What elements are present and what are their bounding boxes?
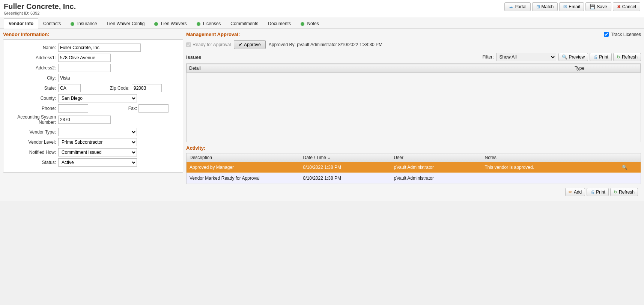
vendor-level-select[interactable]: Prime Subcontractor [58,138,137,146]
col-action [618,153,641,162]
name-row: Name: [7,44,179,52]
city-label: City: [7,75,56,81]
left-panel: Vendor Information: Name: Address1: Addr… [3,32,183,198]
ready-for-approval-label: Ready for Approval [193,42,231,47]
status-row: Status: Active [7,158,179,167]
tab-licenses[interactable]: Licenses [192,18,226,29]
tab-documents[interactable]: Documents [263,18,296,29]
tab-lien-waivers[interactable]: Lien Waivers [149,18,191,29]
notes-dot [301,22,304,26]
activity-user: pVault Administrator [391,173,482,184]
mgmt-header: Management Approval: Track Licenses [186,32,641,37]
approval-row: Ready for Approval ✔ Approve Approved By… [186,40,641,49]
tab-lien-waiver-config[interactable]: Lien Waiver Config [102,18,149,29]
county-row: County: San Diego [7,94,179,102]
address2-row: Address2: [7,64,179,72]
row-search-button[interactable]: 🔍 [621,164,629,171]
vendor-level-row: Vendor Level: Prime Subcontractor [7,138,179,146]
activity-refresh-icon: ↻ [614,189,617,195]
row-search-button-2[interactable] [621,174,629,182]
issues-header: Issues Filter: Show All Open Closed 🔍 Pr… [186,53,641,61]
activity-search-cell-2 [618,173,641,184]
email-button[interactable]: ✉ Email [559,2,584,11]
activity-table-body: Approved by Manager 8/10/2022 1:38 PM pV… [187,162,641,184]
name-label: Name: [7,45,56,50]
insurance-dot [71,22,74,26]
name-input[interactable] [58,44,141,52]
portal-button[interactable]: ☁ Portal [504,2,530,11]
zip-input[interactable] [132,84,162,92]
activity-table-header: Description Date / Time ▲ User Notes [187,153,641,162]
status-label: Status: [7,160,56,165]
col-notes: Notes [482,153,618,162]
tab-insurance[interactable]: Insurance [66,18,102,29]
city-row: City: [7,74,179,82]
email-icon: ✉ [563,4,567,9]
mgmt-title: Management Approval: [186,32,240,37]
track-licenses-checkbox[interactable] [604,32,609,37]
col-description: Description [187,153,300,162]
vendor-type-select[interactable] [58,128,137,136]
vendor-info-title: Vendor Information: [3,32,183,37]
match-icon: ⊞ [536,4,540,9]
notified-how-select[interactable]: Commitment Issued [58,148,137,156]
tab-commitments[interactable]: Commitments [226,18,263,29]
vendor-type-row: Vendor Type: [7,128,179,136]
phone-input[interactable] [58,104,88,113]
activity-table: Description Date / Time ▲ User Notes [187,153,641,184]
accounting-label: Accounting System Number: [7,114,56,125]
vendor-type-label: Vendor Type: [7,129,56,135]
datetime-sort-icon: ▲ [327,156,331,160]
address1-row: Address1: [7,54,179,62]
save-button[interactable]: 💾 Save [585,2,611,11]
issues-section: Issues Filter: Show All Open Closed 🔍 Pr… [186,53,641,142]
issues-table: Detail Type [187,64,641,73]
preview-icon: 🔍 [562,54,567,60]
address2-input[interactable] [58,64,111,72]
col-datetime: Date / Time ▲ [300,153,391,162]
issues-col-type: Type [572,64,640,73]
licenses-dot [197,22,200,26]
activity-notes [482,173,618,184]
print-button[interactable]: 🖨 Print [590,53,612,61]
header-title: Fuller Concrete, Inc. Greenlight ID: 639… [4,2,76,15]
address2-label: Address2: [7,65,56,71]
issues-filter-select[interactable]: Show All Open Closed [496,53,556,61]
state-input[interactable] [58,84,81,92]
add-icon: ✏ [569,189,572,195]
fax-input[interactable] [138,104,169,113]
issues-table-container: Detail Type [186,63,641,142]
table-row: Approved by Manager 8/10/2022 1:38 PM pV… [187,162,641,173]
state-zip-row: State: Zip Code: [7,84,179,92]
tab-notes[interactable]: Notes [296,18,324,29]
accounting-input[interactable] [58,116,111,124]
phone-label: Phone: [7,106,56,111]
vendor-info-box: Name: Address1: Address2: City: State: Z… [3,39,183,173]
activity-print-icon: 🖨 [590,189,594,195]
refresh-icon: ↻ [617,54,620,60]
print-icon: 🖨 [593,54,597,60]
save-icon: 💾 [590,4,595,9]
approve-icon: ✔ [239,42,242,47]
activity-print-button[interactable]: 🖨 Print [587,188,609,196]
track-licenses-group: Track Licenses [604,32,641,37]
refresh-issues-button[interactable]: ↻ Refresh [613,53,641,61]
ready-for-approval-checkbox[interactable] [186,42,191,47]
match-button[interactable]: ⊞ Match [532,2,558,11]
track-licenses-label: Track Licenses [611,32,641,37]
activity-refresh-button[interactable]: ↻ Refresh [610,188,638,196]
address1-input[interactable] [58,54,111,62]
company-name: Fuller Concrete, Inc. [4,2,76,11]
table-row: Vendor Marked Ready for Approval 8/10/20… [187,173,641,184]
county-select[interactable]: San Diego [58,94,137,102]
status-select[interactable]: Active [58,158,137,167]
tab-contacts[interactable]: Contacts [38,18,66,29]
tab-vendor-info[interactable]: Vendor Info [4,18,38,29]
activity-section: Activity: Description Date / Time ▲ [186,145,641,198]
preview-button[interactable]: 🔍 Preview [558,53,588,61]
phone-fax-row: Phone: Fax: [7,104,179,113]
city-input[interactable] [58,74,88,82]
approve-button[interactable]: ✔ Approve [234,40,266,49]
cancel-button[interactable]: ✖ Cancel [613,2,640,11]
add-button[interactable]: ✏ Add [565,188,585,196]
